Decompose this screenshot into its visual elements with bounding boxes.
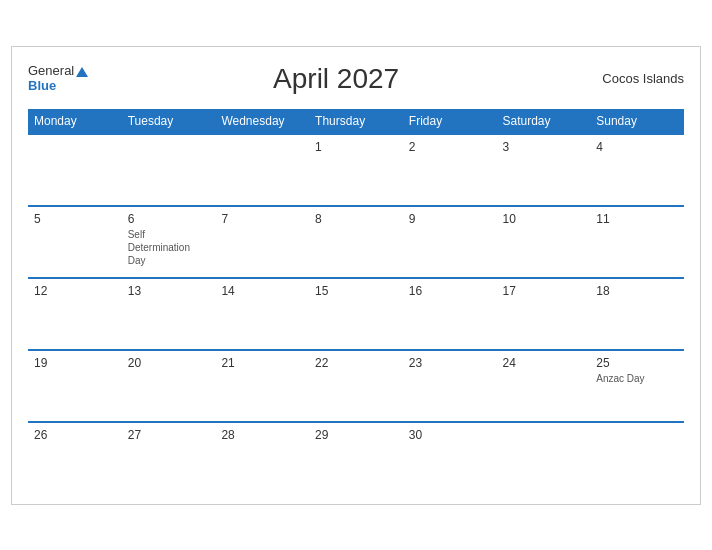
logo-triangle-icon — [76, 67, 88, 77]
calendar-cell: 17 — [497, 278, 591, 350]
calendar-region: Cocos Islands — [584, 71, 684, 86]
calendar-cell: 24 — [497, 350, 591, 422]
day-number: 15 — [315, 284, 397, 298]
day-number: 14 — [221, 284, 303, 298]
calendar-cell: 5 — [28, 206, 122, 278]
day-number: 23 — [409, 356, 491, 370]
day-number: 22 — [315, 356, 397, 370]
event-label: Anzac Day — [596, 372, 678, 385]
col-friday: Friday — [403, 109, 497, 134]
calendar-cell: 28 — [215, 422, 309, 494]
calendar-cell: 22 — [309, 350, 403, 422]
day-number: 3 — [503, 140, 585, 154]
calendar-week-row: 1234 — [28, 134, 684, 206]
calendar-cell — [497, 422, 591, 494]
calendar-grid: Monday Tuesday Wednesday Thursday Friday… — [28, 109, 684, 494]
calendar-cell: 20 — [122, 350, 216, 422]
calendar-cell: 12 — [28, 278, 122, 350]
col-sunday: Sunday — [590, 109, 684, 134]
day-number: 21 — [221, 356, 303, 370]
calendar-cell: 3 — [497, 134, 591, 206]
day-number: 4 — [596, 140, 678, 154]
day-number: 20 — [128, 356, 210, 370]
calendar-cell — [590, 422, 684, 494]
calendar-cell — [122, 134, 216, 206]
day-number: 30 — [409, 428, 491, 442]
day-number: 10 — [503, 212, 585, 226]
logo-blue-text: Blue — [28, 79, 88, 93]
col-wednesday: Wednesday — [215, 109, 309, 134]
day-number: 7 — [221, 212, 303, 226]
calendar-cell: 25Anzac Day — [590, 350, 684, 422]
calendar-cell: 8 — [309, 206, 403, 278]
calendar-cell: 14 — [215, 278, 309, 350]
day-number: 9 — [409, 212, 491, 226]
day-number: 1 — [315, 140, 397, 154]
col-tuesday: Tuesday — [122, 109, 216, 134]
calendar-week-row: 19202122232425Anzac Day — [28, 350, 684, 422]
calendar-cell: 4 — [590, 134, 684, 206]
day-number: 13 — [128, 284, 210, 298]
day-number: 25 — [596, 356, 678, 370]
calendar-cell: 27 — [122, 422, 216, 494]
calendar-cell: 16 — [403, 278, 497, 350]
day-number: 2 — [409, 140, 491, 154]
day-number: 26 — [34, 428, 116, 442]
day-number: 27 — [128, 428, 210, 442]
day-number: 6 — [128, 212, 210, 226]
calendar-cell: 2 — [403, 134, 497, 206]
calendar-cell: 10 — [497, 206, 591, 278]
calendar-week-row: 56Self Determination Day7891011 — [28, 206, 684, 278]
col-monday: Monday — [28, 109, 122, 134]
logo-general-text: General — [28, 64, 88, 78]
calendar-title: April 2027 — [88, 63, 584, 95]
day-number: 12 — [34, 284, 116, 298]
col-saturday: Saturday — [497, 109, 591, 134]
day-number: 29 — [315, 428, 397, 442]
calendar-cell: 11 — [590, 206, 684, 278]
calendar-cell — [28, 134, 122, 206]
calendar-cell: 7 — [215, 206, 309, 278]
calendar-container: General Blue April 2027 Cocos Islands Mo… — [11, 46, 701, 505]
col-thursday: Thursday — [309, 109, 403, 134]
calendar-cell: 26 — [28, 422, 122, 494]
calendar-week-row: 2627282930 — [28, 422, 684, 494]
logo: General Blue — [28, 64, 88, 93]
calendar-cell: 29 — [309, 422, 403, 494]
calendar-cell: 1 — [309, 134, 403, 206]
calendar-cell — [215, 134, 309, 206]
calendar-cell: 19 — [28, 350, 122, 422]
calendar-cell: 6Self Determination Day — [122, 206, 216, 278]
day-number: 17 — [503, 284, 585, 298]
calendar-week-row: 12131415161718 — [28, 278, 684, 350]
calendar-cell: 21 — [215, 350, 309, 422]
calendar-header: General Blue April 2027 Cocos Islands — [28, 63, 684, 95]
calendar-cell: 13 — [122, 278, 216, 350]
day-number: 28 — [221, 428, 303, 442]
day-number: 5 — [34, 212, 116, 226]
day-number: 19 — [34, 356, 116, 370]
day-number: 24 — [503, 356, 585, 370]
event-label: Self Determination Day — [128, 228, 210, 267]
calendar-cell: 9 — [403, 206, 497, 278]
day-number: 16 — [409, 284, 491, 298]
day-number: 18 — [596, 284, 678, 298]
calendar-cell: 15 — [309, 278, 403, 350]
calendar-body: 123456Self Determination Day789101112131… — [28, 134, 684, 494]
day-number: 11 — [596, 212, 678, 226]
calendar-cell: 30 — [403, 422, 497, 494]
calendar-cell: 23 — [403, 350, 497, 422]
calendar-header-row: Monday Tuesday Wednesday Thursday Friday… — [28, 109, 684, 134]
calendar-cell: 18 — [590, 278, 684, 350]
day-number: 8 — [315, 212, 397, 226]
